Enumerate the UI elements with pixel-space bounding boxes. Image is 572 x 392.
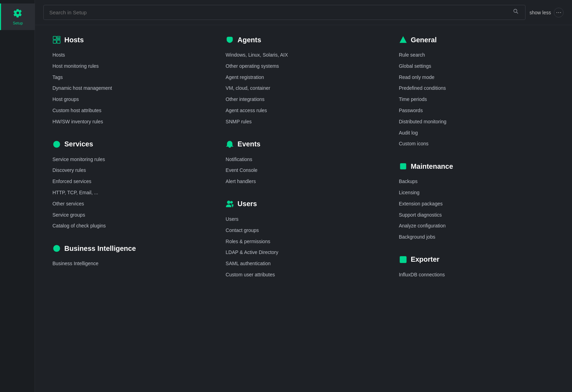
svg-point-19 [227,201,230,204]
link-custom-user-attributes[interactable]: Custom user attributes [226,269,385,281]
link-contact-groups[interactable]: Contact groups [226,225,385,236]
section-title-exporter: Exporter [411,255,439,263]
maintenance-icon [399,162,407,170]
link-host-monitoring-rules[interactable]: Host monitoring rules [52,61,212,72]
link-alert-handlers[interactable]: Alert handlers [226,176,385,187]
link-service-groups[interactable]: Service groups [52,210,212,221]
link-extension-packages[interactable]: Extension packages [399,198,558,210]
events-icon [226,140,234,148]
section-title-agents: Agents [237,36,261,44]
gear-icon [13,8,22,20]
link-users[interactable]: Users [226,214,385,225]
section-users: UsersUsersContact groupsRoles & permissi… [226,200,385,281]
link-ldap---active-directory[interactable]: LDAP & Active Directory [226,247,385,258]
link-enforced-services[interactable]: Enforced services [52,176,212,187]
section-title-users: Users [237,200,257,208]
link-http--tcp--email-----[interactable]: HTTP, TCP, Email, ... [52,187,212,198]
section-header-events: Events [226,140,385,148]
link-global-settings[interactable]: Global settings [399,61,558,72]
svg-rect-1 [57,36,60,38]
general-icon [399,36,407,44]
sidebar-item-setup[interactable]: Setup [0,3,35,30]
search-input[interactable] [49,9,509,15]
link-time-periods[interactable]: Time periods [399,94,558,105]
link-custom-host-attributes[interactable]: Custom host attributes [52,105,212,116]
users-icon [226,200,234,208]
link-business-intelligence[interactable]: Business Intelligence [52,258,212,269]
link-predefined-conditions[interactable]: Predefined conditions [399,83,558,94]
section-title-hosts: Hosts [64,36,84,44]
link-other-integrations[interactable]: Other integrations [226,94,385,105]
link-other-services[interactable]: Other services [52,198,212,210]
section-business-intelligence: Business IntelligenceBusiness Intelligen… [52,244,212,269]
link-support-diagnostics[interactable]: Support diagnostics [399,210,558,221]
link-host-groups[interactable]: Host groups [52,94,212,105]
exporter-icon [399,255,407,264]
link-agent-access-rules[interactable]: Agent access rules [226,105,385,116]
link-audit-log[interactable]: Audit log [399,128,558,139]
link-read-only-mode[interactable]: Read only mode [399,72,558,83]
link-influxdb-connections[interactable]: InfluxDB connections [399,269,558,281]
more-options-button[interactable]: ⋯ [554,8,564,17]
link-other-operating-systems[interactable]: Other operating systems [226,61,385,72]
link-background-jobs[interactable]: Background jobs [399,232,558,243]
link-passwords[interactable]: Passwords [399,105,558,116]
search-icon [513,8,520,17]
section-title-maintenance: Maintenance [411,162,453,170]
link-backups[interactable]: Backups [399,176,558,187]
link-rule-search[interactable]: Rule search [399,50,558,61]
show-less-area[interactable]: show less ⋯ [530,8,564,17]
section-header-general: General [399,36,558,44]
svg-point-6 [55,143,58,146]
section-header-exporter: Exporter [399,255,558,264]
link-event-console[interactable]: Event Console [226,165,385,176]
agents-icon [226,36,234,44]
section-general: GeneralRule searchGlobal settingsRead on… [399,36,558,150]
menu-grid: HostsHostsHost monitoring rulesTagsDynam… [35,25,572,304]
svg-rect-3 [53,40,56,43]
svg-rect-4 [57,40,60,43]
bi-icon [52,244,61,253]
sidebar-item-label: Setup [13,21,23,25]
link-notifications[interactable]: Notifications [226,154,385,165]
section-header-maintenance: Maintenance [399,162,558,170]
link-service-monitoring-rules[interactable]: Service monitoring rules [52,154,212,165]
section-title-business-intelligence: Business Intelligence [64,245,136,253]
link-catalog-of-check-plugins[interactable]: Catalog of check plugins [52,220,212,232]
menu-column-1: AgentsWindows, Linux, Solaris, AIXOther … [219,36,392,293]
link-roles---permissions[interactable]: Roles & permissions [226,236,385,247]
section-header-services: Services [52,140,212,148]
menu-column-2: GeneralRule searchGlobal settingsRead on… [392,36,565,293]
section-header-agents: Agents [226,36,385,44]
link-hosts[interactable]: Hosts [52,50,212,61]
link-analyze-configuration[interactable]: Analyze configuration [399,220,558,232]
search-wrapper[interactable] [43,5,525,20]
section-services: ServicesService monitoring rulesDiscover… [52,140,212,232]
svg-rect-0 [53,36,56,39]
link-windows--linux--solaris--aix[interactable]: Windows, Linux, Solaris, AIX [226,50,385,61]
hosts-icon [52,36,61,44]
link-saml-authentication[interactable]: SAML authentication [226,258,385,269]
section-title-services: Services [64,140,93,148]
link-distributed-monitoring[interactable]: Distributed monitoring [399,116,558,128]
link-custom-icons[interactable]: Custom icons [399,138,558,150]
section-title-events: Events [237,140,260,148]
link-tags[interactable]: Tags [52,72,212,83]
section-header-business-intelligence: Business Intelligence [52,244,212,253]
sidebar: Setup [0,0,35,392]
link-hw-sw-inventory-rules[interactable]: HW/SW inventory rules [52,116,212,128]
services-icon [52,140,61,148]
main-content: show less ⋯ HostsHostsHost monitoring ru… [35,0,572,392]
search-bar: show less ⋯ [35,0,572,25]
link-discovery-rules[interactable]: Discovery rules [52,165,212,176]
link-snmp-rules[interactable]: SNMP rules [226,116,385,128]
section-maintenance: MaintenanceBackupsLicensingExtension pac… [399,162,558,243]
section-agents: AgentsWindows, Linux, Solaris, AIXOther … [226,36,385,128]
link-agent-registration[interactable]: Agent registration [226,72,385,83]
link-vm--cloud--container[interactable]: VM, cloud, container [226,83,385,94]
section-header-users: Users [226,200,385,208]
link-licensing[interactable]: Licensing [399,187,558,198]
section-hosts: HostsHostsHost monitoring rulesTagsDynam… [52,36,212,128]
svg-point-22 [403,41,403,42]
link-dynamic-host-management[interactable]: Dynamic host management [52,83,212,94]
